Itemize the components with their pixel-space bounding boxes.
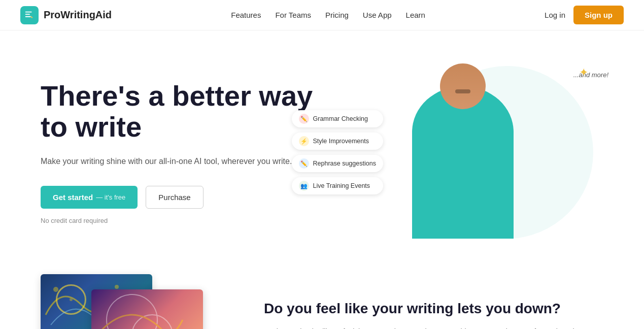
- get-started-label: Get started: [53, 193, 93, 202]
- navigation: ProWritingAid Features For Teams Pricing…: [0, 0, 644, 30]
- svg-rect-1: [25, 14, 30, 15]
- pill-training: 👥 Live Training Events: [292, 177, 383, 194]
- second-section: My idea in my head Do you feel like your…: [0, 264, 644, 329]
- hero-buttons: Get started — it's free Purchase: [41, 186, 322, 209]
- no-credit-text: No credit card required: [41, 217, 322, 224]
- rephrase-label: Rephrase suggestions: [313, 160, 376, 167]
- grammar-label: Grammar Checking: [313, 115, 368, 122]
- rephrase-icon: ✏️: [299, 158, 309, 169]
- nav-pricing[interactable]: Pricing: [325, 11, 349, 19]
- person-head: [440, 63, 486, 109]
- star-icon: ✦: [579, 66, 588, 79]
- nav-features[interactable]: Features: [231, 11, 261, 19]
- nav-use-app[interactable]: Use App: [363, 11, 392, 19]
- login-button[interactable]: Log in: [545, 11, 565, 19]
- hero-content: There's a better way to write Make your …: [41, 80, 322, 225]
- svg-point-3: [53, 287, 58, 292]
- svg-rect-0: [25, 11, 32, 12]
- purchase-button[interactable]: Purchase: [146, 186, 203, 209]
- svg-point-4: [70, 298, 73, 301]
- painting-stack: My idea in my head: [41, 274, 213, 329]
- second-body: We know what it's like to feel the FEAR …: [264, 326, 603, 329]
- training-label: Live Training Events: [313, 182, 370, 189]
- logo[interactable]: ProWritingAid: [20, 6, 112, 24]
- painting-front: [91, 289, 203, 329]
- svg-point-6: [107, 294, 157, 329]
- grammar-icon: ✏️: [299, 114, 309, 124]
- hero-title: There's a better way to write: [41, 80, 322, 143]
- painting-area: My idea in my head: [41, 274, 233, 329]
- svg-rect-2: [25, 16, 31, 17]
- pill-rephrase: ✏️ Rephrase suggestions: [292, 155, 383, 172]
- logo-icon: [20, 6, 39, 24]
- feature-pills: ✏️ Grammar Checking ⚡ Style Improvements…: [292, 110, 383, 194]
- training-icon: 👥: [299, 181, 309, 191]
- hero-person: [397, 66, 529, 239]
- pill-grammar: ✏️ Grammar Checking: [292, 110, 383, 127]
- second-title: Do you feel like your writing lets you d…: [264, 300, 603, 318]
- style-label: Style Improvements: [313, 138, 369, 145]
- nav-actions: Log in Sign up: [545, 6, 624, 24]
- logo-text: ProWritingAid: [44, 9, 112, 21]
- abstract-painting: [91, 289, 203, 329]
- nav-for-teams[interactable]: For Teams: [275, 11, 311, 19]
- style-icon: ⚡: [299, 136, 309, 146]
- get-started-button[interactable]: Get started — it's free: [41, 186, 138, 209]
- hero-illustration: ✏️ Grammar Checking ⚡ Style Improvements…: [322, 61, 604, 244]
- person-body: [412, 86, 514, 239]
- second-content: Do you feel like your writing lets you d…: [264, 300, 603, 329]
- hero-section: There's a better way to write Make your …: [0, 30, 644, 264]
- pill-style: ⚡ Style Improvements: [292, 133, 383, 150]
- hero-subtitle: Make your writing shine with our all-in-…: [41, 155, 322, 168]
- free-label: — it's free: [96, 193, 125, 201]
- signup-button[interactable]: Sign up: [573, 6, 624, 24]
- nav-links: Features For Teams Pricing Use App Learn: [231, 11, 425, 19]
- nav-learn[interactable]: Learn: [406, 11, 425, 19]
- svg-point-5: [115, 285, 119, 289]
